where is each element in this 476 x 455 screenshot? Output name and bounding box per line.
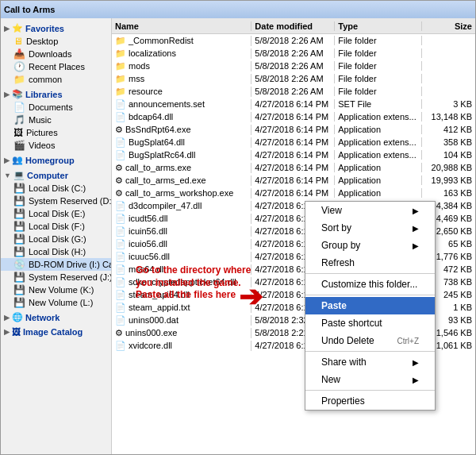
table-row[interactable]: 📄 announcements.set 4/27/2018 6:14 PM SE… [112, 98, 475, 110]
sidebar-header-computer[interactable]: ▼ 💻 Computer [1, 168, 111, 182]
table-row[interactable]: 📄 bdcap64.dll 4/27/2018 6:14 PM Applicat… [112, 110, 475, 123]
sidebar-item-pictures[interactable]: 🖼 Pictures [1, 126, 111, 139]
table-row[interactable]: ⚙ call_to_arms_workshop.exe 4/27/2018 6:… [112, 187, 475, 199]
table-row[interactable]: 📁 resource 5/8/2018 2:26 AM File folder [112, 85, 475, 98]
file-icon: 📁 [115, 48, 126, 59]
sidebar-section-favorites: ▶ ⭐ Favorites 🖥 Desktop 📥 Downloads 🕐 Re… [1, 21, 111, 86]
sidebar-homegroup-label: Homegroup [25, 156, 75, 165]
menu-item-label: Undo Delete [321, 335, 374, 346]
menu-item-label: New [321, 374, 340, 385]
file-date: 4/27/2018 6:14 PM [251, 125, 335, 134]
sidebar-item-local-h[interactable]: 💾 Local Disk (H:) [1, 245, 111, 258]
file-type: Application [335, 125, 422, 134]
table-row[interactable]: 📁 mods 5/8/2018 2:26 AM File folder [112, 60, 475, 72]
file-date: 5/8/2018 2:26 AM [251, 48, 335, 58]
file-name: steam_appid.txt [129, 303, 190, 312]
file-icon: 📄 [115, 252, 126, 262]
col-header-size[interactable]: Size [422, 21, 475, 31]
file-icon: 📄 [115, 290, 126, 300]
sidebar-item-system-d[interactable]: 💾 System Reserved (D:) [1, 195, 111, 207]
sidebar-item-music[interactable]: 🎵 Music [1, 114, 111, 126]
sidebar-header-libraries[interactable]: ▶ 📚 Libraries [1, 87, 111, 101]
file-date: 4/27/2018 6:14 PM [251, 150, 335, 160]
sidebar-desktop-label: Desktop [26, 37, 58, 46]
context-menu-item[interactable]: New▶ [305, 371, 435, 388]
menu-separator [305, 390, 435, 391]
col-header-type[interactable]: Type [335, 21, 422, 31]
sidebar-item-local-g[interactable]: 💾 Local Disk (G:) [1, 233, 111, 245]
sidebar-item-system-j[interactable]: 💾 System Reserved (J:) [1, 271, 111, 283]
table-row[interactable]: 📁 _CommonRedist 5/8/2018 2:26 AM File fo… [112, 34, 475, 47]
sidebar-header-network[interactable]: ▶ 🌐 Network [1, 310, 111, 324]
context-menu-item[interactable]: Share with▶ [305, 353, 435, 371]
sidebar-item-documents[interactable]: 📄 Documents [1, 101, 111, 114]
context-menu-item[interactable]: Customize this folder... [305, 276, 435, 293]
file-icon: 📁 [115, 36, 126, 46]
file-name: call_to_arms.exe [125, 163, 191, 172]
context-menu-item[interactable]: Group by▶ [305, 237, 435, 254]
common-icon: 📁 [13, 74, 25, 85]
sidebar-item-videos[interactable]: 🎬 Videos [1, 139, 111, 152]
sidebar-header-homegroup[interactable]: ▶ 👥 Homegroup [1, 153, 111, 167]
table-row[interactable]: ⚙ BsSndRpt64.exe 4/27/2018 6:14 PM Appli… [112, 123, 475, 136]
file-name: icuin56.dll [129, 226, 167, 236]
sidebar-section-libraries: ▶ 📚 Libraries 📄 Documents 🎵 Music 🖼 Pict… [1, 87, 111, 152]
sidebar-item-downloads[interactable]: 📥 Downloads [1, 48, 111, 60]
context-menu-item[interactable]: View▶ [305, 202, 435, 219]
context-menu-item[interactable]: Paste [305, 297, 435, 314]
col-header-date[interactable]: Date modified [251, 21, 335, 31]
file-icon: 📄 [115, 303, 126, 313]
file-size: 3 KB [422, 99, 475, 109]
volume-k-icon: 💾 [13, 284, 25, 295]
file-icon: ⚙ [115, 125, 123, 135]
table-row[interactable]: 📁 localizations 5/8/2018 2:26 AM File fo… [112, 47, 475, 60]
local-g-icon: 💾 [13, 233, 25, 245]
sidebar-item-common[interactable]: 📁 common [1, 73, 111, 86]
file-name: BugSplat64.dll [129, 137, 185, 147]
sidebar-item-local-e[interactable]: 💾 Local Disk (E:) [1, 207, 111, 220]
sidebar-item-volume-l[interactable]: 💾 New Volume (L:) [1, 296, 111, 309]
sidebar-header-image-catalog[interactable]: ▶ 🖼 Image Catalog [1, 326, 111, 338]
table-row[interactable]: 📁 mss 5/8/2018 2:26 AM File folder [112, 72, 475, 85]
col-header-name[interactable]: Name [112, 21, 251, 31]
context-menu-item[interactable]: Properties [305, 392, 435, 410]
table-row[interactable]: 📄 BugSplat64.dll 4/27/2018 6:14 PM Appli… [112, 136, 475, 148]
file-date: 5/8/2018 2:26 AM [251, 36, 335, 45]
context-menu-item[interactable]: Sort by▶ [305, 219, 435, 237]
file-size: 13,148 KB [422, 112, 475, 121]
context-menu-item[interactable]: Paste shortcut [305, 314, 435, 332]
table-row[interactable]: ⚙ call_to_arms.exe 4/27/2018 6:14 PM App… [112, 161, 475, 174]
local-h-icon: 💾 [13, 246, 25, 257]
homegroup-icon: 👥 [12, 155, 23, 165]
table-row[interactable]: 📄 BugSplatRc64.dll 4/27/2018 6:14 PM App… [112, 148, 475, 161]
sidebar-section-image-catalog: ▶ 🖼 Image Catalog [1, 326, 111, 338]
sidebar-item-local-c[interactable]: 💾 Local Disk (C:) [1, 182, 111, 195]
menu-separator [305, 273, 435, 274]
file-icon: 📄 [115, 239, 126, 249]
file-name: unins000.exe [125, 328, 177, 337]
sidebar-item-recent-places[interactable]: 🕐 Recent Places [1, 60, 111, 73]
file-date: 4/27/2018 6:14 PM [251, 112, 335, 121]
file-date: 4/27/2018 6:14 PM [251, 175, 335, 185]
sidebar-header-favorites[interactable]: ▶ ⭐ Favorites [1, 21, 111, 35]
file-type: File folder [335, 74, 422, 83]
local-f-icon: 💾 [13, 221, 25, 232]
sidebar-local-c-label: Local Disk (C:) [29, 183, 86, 193]
sidebar-item-volume-k[interactable]: 💾 New Volume (K:) [1, 283, 111, 296]
sidebar-system-d-label: System Reserved (D:) [29, 196, 112, 206]
table-row[interactable]: ⚙ call_to_arms_ed.exe 4/27/2018 6:14 PM … [112, 174, 475, 187]
sidebar-music-label: Music [29, 115, 52, 125]
file-date: 5/8/2018 2:26 AM [251, 74, 335, 83]
sidebar-item-desktop[interactable]: 🖥 Desktop [1, 35, 111, 48]
content-area: Name Date modified Type Size 📁 _CommonRe… [112, 18, 475, 454]
sidebar-item-bd-rom[interactable]: 💿 BD-ROM Drive (I:) Call to Arms [1, 258, 111, 271]
file-name: BsSndRpt64.exe [125, 125, 191, 134]
favorites-icon: ⭐ [12, 23, 23, 33]
context-menu-item[interactable]: Refresh [305, 254, 435, 272]
sidebar-item-local-f[interactable]: 💾 Local Disk (F:) [1, 220, 111, 233]
sidebar-volume-k-label: New Volume (K:) [29, 285, 94, 295]
context-menu-item[interactable]: Undo DeleteCtrl+Z [305, 332, 435, 349]
file-name: call_to_arms_workshop.exe [125, 188, 233, 198]
computer-icon: 💻 [13, 170, 25, 180]
explorer-window: Call to Arms ▶ ⭐ Favorites 🖥 Desktop 📥 D… [0, 0, 476, 455]
